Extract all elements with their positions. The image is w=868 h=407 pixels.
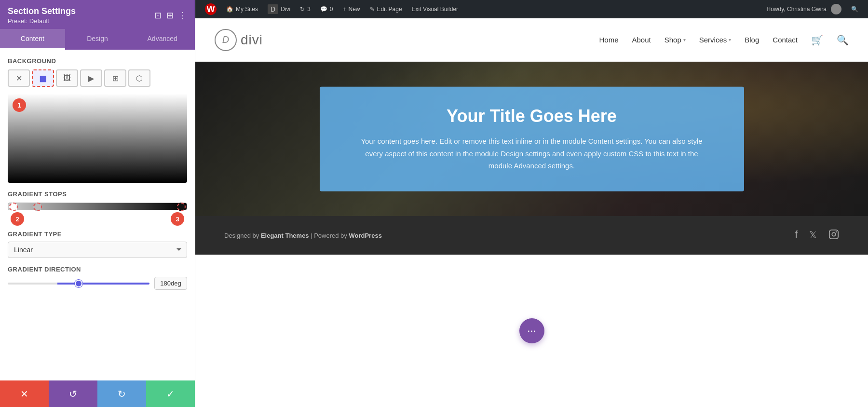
new-label: New xyxy=(349,6,360,13)
undo-button[interactable]: ↺ xyxy=(49,380,97,407)
hero-title: Your Title Goes Here xyxy=(344,106,720,126)
cart-icon[interactable]: 🛒 xyxy=(811,34,823,46)
fab-more-icon: ··· xyxy=(527,325,536,337)
columns-icon[interactable]: ⊞ xyxy=(166,10,174,21)
divi-logo-icon: D xyxy=(268,4,278,14)
bg-type-no-bg[interactable]: ✕ xyxy=(8,69,30,87)
svg-point-2 xyxy=(836,231,837,232)
gradient-type-select[interactable]: Linear Radial xyxy=(8,242,187,258)
main-content: W 🏠 My Sites D Divi ↻ 3 💬 0 + New ✎ Edit… xyxy=(195,0,868,407)
admin-bar-new[interactable]: + New xyxy=(338,0,365,18)
admin-bar-edit-page[interactable]: ✎ Edit Page xyxy=(365,0,407,18)
facebook-icon[interactable]: f xyxy=(795,229,798,242)
gradient-direction-section: Gradient Direction 180deg xyxy=(8,266,187,290)
bg-type-image[interactable]: 🖼 xyxy=(56,69,78,87)
bg-type-pattern[interactable]: ⊞ xyxy=(104,69,126,87)
svg-rect-0 xyxy=(829,230,838,238)
user-avatar xyxy=(831,4,841,14)
admin-bar-exit-builder[interactable]: Exit Visual Builder xyxy=(407,0,463,18)
admin-bar-updates[interactable]: ↻ 3 xyxy=(295,0,315,18)
panel-footer: ✕ ↺ ↻ ✓ xyxy=(0,380,195,407)
footer-powered-by: | Powered by xyxy=(309,232,349,239)
panel-preset[interactable]: Preset: Default xyxy=(8,17,76,25)
save-button[interactable]: ✓ xyxy=(146,380,195,407)
gradient-type-label: Gradient Type xyxy=(8,231,187,238)
site-footer: Designed by Elegant Themes | Powered by … xyxy=(195,216,868,255)
my-sites-icon: 🏠 xyxy=(226,6,233,13)
admin-bar-divi[interactable]: D Divi xyxy=(263,0,295,18)
nav-link-contact[interactable]: Contact xyxy=(773,36,798,44)
gradient-stops-track[interactable] xyxy=(8,203,187,210)
footer-social: f 𝕏 xyxy=(795,229,839,242)
bg-type-mask[interactable]: ⬡ xyxy=(128,69,150,87)
edit-page-label: Edit Page xyxy=(377,6,402,13)
shop-chevron-icon: ▾ xyxy=(683,37,686,42)
background-label: Background xyxy=(8,57,187,65)
tab-design[interactable]: Design xyxy=(65,29,130,50)
gradient-stop-number-1[interactable]: 1 xyxy=(13,98,26,112)
stop-handle-gray[interactable] xyxy=(33,203,42,211)
hero-body-text: Your content goes here. Edit or remove t… xyxy=(358,135,705,172)
admin-bar-my-sites[interactable]: 🏠 My Sites xyxy=(221,0,263,18)
footer-elegant-themes[interactable]: Elegant Themes xyxy=(261,232,309,239)
gradient-direction-slider[interactable] xyxy=(8,283,149,285)
admin-bar-search[interactable]: 🔍 xyxy=(846,6,863,13)
nav-link-home[interactable]: Home xyxy=(599,36,618,44)
nav-link-home-label: Home xyxy=(599,36,618,44)
tab-advanced[interactable]: Advanced xyxy=(130,29,195,50)
panel-title: Section Settings xyxy=(8,6,76,16)
nav-link-services[interactable]: Services ▾ xyxy=(699,36,732,44)
redo-icon: ↻ xyxy=(118,388,126,400)
updates-count: 3 xyxy=(307,6,311,13)
footer-designed-by: Designed by xyxy=(224,232,261,239)
twitter-icon[interactable]: 𝕏 xyxy=(809,229,817,242)
gradient-stops-label: Gradient Stops xyxy=(8,190,187,198)
admin-bar-right: Howdy, Christina Gwira 🔍 xyxy=(762,4,863,14)
panel-header-left: Section Settings Preset: Default xyxy=(8,6,76,25)
footer-wordpress[interactable]: WordPress xyxy=(349,232,381,239)
nav-link-about-label: About xyxy=(632,36,651,44)
stop-badge-3: 3 xyxy=(171,212,184,226)
footer-text: Designed by Elegant Themes | Powered by … xyxy=(224,232,382,239)
services-chevron-icon: ▾ xyxy=(729,37,731,42)
site-nav: D divi Home About Shop ▾ Services ▾ xyxy=(195,18,868,62)
stop-handle-white[interactable] xyxy=(9,203,18,211)
nav-link-shop-label: Shop xyxy=(665,36,681,44)
panel-tabs: Content Design Advanced xyxy=(0,29,195,50)
responsive-icon[interactable]: ⊡ xyxy=(154,10,162,21)
logo-circle: D xyxy=(215,29,237,51)
more-icon[interactable]: ⋮ xyxy=(178,10,187,21)
tab-content[interactable]: Content xyxy=(0,29,65,50)
hero-section: Your Title Goes Here Your content goes h… xyxy=(195,62,868,216)
admin-bar-comments[interactable]: 💬 0 xyxy=(315,0,338,18)
site-frame: D divi Home About Shop ▾ Services ▾ xyxy=(195,18,868,407)
updates-icon: ↻ xyxy=(300,6,305,13)
gradient-direction-value[interactable]: 180deg xyxy=(154,277,187,290)
below-footer: ··· xyxy=(195,255,868,407)
gradient-direction-row: 180deg xyxy=(8,277,187,290)
wp-admin-bar: W 🏠 My Sites D Divi ↻ 3 💬 0 + New ✎ Edit… xyxy=(195,0,868,18)
video-bg-icon: ▶ xyxy=(88,74,94,83)
redo-button[interactable]: ↻ xyxy=(97,380,146,407)
panel-header-icons: ⊡ ⊞ ⋮ xyxy=(154,10,187,21)
nav-link-services-label: Services xyxy=(699,36,727,44)
nav-link-blog[interactable]: Blog xyxy=(745,36,759,44)
panel-header: Section Settings Preset: Default ⊡ ⊞ ⋮ xyxy=(0,0,195,29)
admin-bar-wp-logo[interactable]: W xyxy=(200,0,221,18)
bg-type-color[interactable]: ◼ xyxy=(32,69,54,87)
nav-link-contact-label: Contact xyxy=(773,36,798,44)
gradient-stops-wrapper: 2 3 xyxy=(8,203,187,210)
stop-handle-black[interactable] xyxy=(177,203,186,211)
edit-page-icon: ✎ xyxy=(370,6,375,13)
search-nav-icon[interactable]: 🔍 xyxy=(837,34,849,46)
undo-icon: ↺ xyxy=(69,388,77,400)
admin-bar-user[interactable]: Howdy, Christina Gwira xyxy=(762,4,846,14)
bg-type-video[interactable]: ▶ xyxy=(80,69,102,87)
fab-more-button[interactable]: ··· xyxy=(519,318,544,343)
nav-link-shop[interactable]: Shop ▾ xyxy=(665,36,686,44)
cancel-button[interactable]: ✕ xyxy=(0,380,49,407)
nav-link-about[interactable]: About xyxy=(632,36,651,44)
divi-label: Divi xyxy=(281,6,290,13)
user-name: Howdy, Christina Gwira xyxy=(767,6,827,13)
instagram-icon[interactable] xyxy=(828,229,839,242)
